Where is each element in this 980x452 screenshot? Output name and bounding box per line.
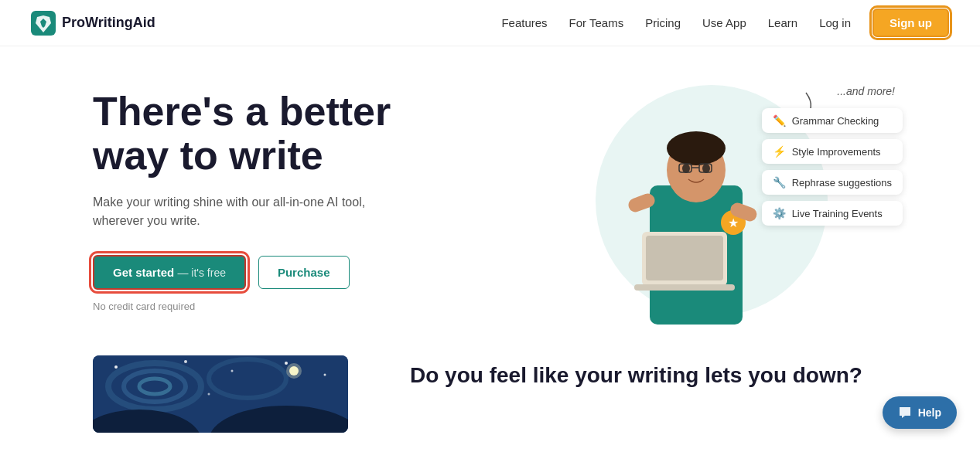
svg-point-4	[682, 164, 690, 173]
svg-point-22	[184, 360, 187, 363]
svg-point-25	[324, 374, 326, 376]
svg-point-5	[702, 164, 710, 173]
svg-point-24	[285, 362, 288, 365]
login-button[interactable]: Log in	[819, 16, 851, 29]
training-icon: ⚙️	[773, 207, 786, 219]
signup-button[interactable]: Sign up	[872, 8, 949, 37]
hero-left: There's a better way to write Make your …	[93, 90, 506, 312]
svg-point-21	[114, 365, 118, 369]
bottom-section: Do you feel like your writing lets you d…	[0, 340, 980, 448]
hero-subtitle: Make your writing shine with our all-in-…	[93, 193, 387, 230]
nav-learn[interactable]: Learn	[768, 16, 797, 29]
hero-title: There's a better way to write	[93, 90, 506, 178]
bottom-text: Do you feel like your writing lets you d…	[410, 355, 918, 388]
rephrase-icon: 🔧	[773, 176, 786, 189]
and-more-label: ...and more!	[837, 85, 895, 97]
nav-pricing[interactable]: Pricing	[645, 16, 681, 29]
bottom-image	[93, 355, 348, 433]
nav-features[interactable]: Features	[501, 16, 547, 29]
feature-card-training: ⚙️ Live Training Events	[762, 201, 903, 226]
starry-night-bg	[93, 355, 348, 433]
main-nav: Features For Teams Pricing Use App Learn…	[501, 8, 949, 37]
svg-rect-10	[646, 236, 723, 280]
hero-section: There's a better way to write Make your …	[0, 46, 980, 340]
svg-point-3	[667, 131, 726, 165]
header: ProWritingAid Features For Teams Pricing…	[0, 0, 980, 46]
bottom-heading: Do you feel like your writing lets you d…	[410, 363, 918, 388]
chat-icon	[898, 406, 912, 420]
grammar-icon: ✏️	[773, 114, 786, 127]
svg-point-26	[208, 393, 210, 396]
logo[interactable]: ProWritingAid	[31, 11, 155, 36]
nav-for-teams[interactable]: For Teams	[569, 16, 624, 29]
style-icon: ⚡	[773, 145, 786, 158]
hero-right: ★ ...and more! ✏️ Grammar Checking ⚡ Sty…	[506, 77, 919, 325]
purchase-button[interactable]: Purchase	[258, 256, 350, 289]
feature-card-style: ⚡ Style Improvements	[762, 139, 903, 164]
starry-svg	[93, 355, 348, 433]
feature-card-rephrase: 🔧 Rephrase suggestions	[762, 170, 903, 195]
help-button[interactable]: Help	[883, 396, 957, 429]
svg-rect-11	[634, 284, 735, 291]
feature-card-grammar: ✏️ Grammar Checking	[762, 108, 903, 133]
feature-cards: ✏️ Grammar Checking ⚡ Style Improvements…	[762, 108, 903, 226]
svg-point-23	[231, 370, 234, 372]
nav-use-app[interactable]: Use App	[702, 16, 746, 29]
bottom-image-wrapper	[93, 355, 348, 433]
logo-text: ProWritingAid	[62, 15, 155, 31]
svg-text:★: ★	[728, 216, 739, 229]
get-started-button[interactable]: Get started — it's free	[93, 255, 246, 290]
person-illustration: ★	[619, 108, 773, 325]
logo-icon	[31, 11, 56, 36]
hero-buttons: Get started — it's free Purchase	[93, 255, 506, 290]
no-credit-text: No credit card required	[93, 301, 506, 312]
svg-point-30	[286, 363, 302, 379]
